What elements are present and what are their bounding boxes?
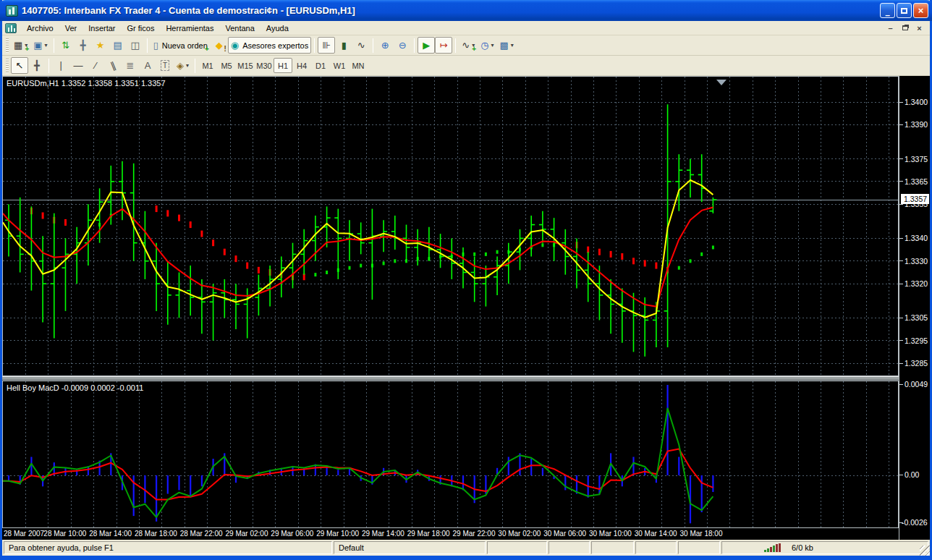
vertical-line-button[interactable]: ∣ <box>52 57 69 74</box>
child-close-button[interactable]: × <box>913 23 925 33</box>
price-label: 1.3390 <box>905 120 928 129</box>
trendline-button[interactable]: ∕ <box>87 57 104 74</box>
timeframe-h1[interactable]: H1 <box>274 58 292 73</box>
main-menu: ArchivoVerInsertarGr ficosHerramientasVe… <box>21 22 295 35</box>
indicator-canvas[interactable] <box>3 381 898 527</box>
new-chart-icon: ▦ <box>14 41 22 50</box>
timeframe-w1[interactable]: W1 <box>330 58 349 73</box>
terminal-icon: ▤ <box>113 41 122 50</box>
timeframe-h4[interactable]: H4 <box>292 58 311 73</box>
auto-scroll-icon: ▶ <box>423 41 430 50</box>
new-order-button-label: Nueva orden <box>162 41 208 50</box>
crosshair-icon: ╋ <box>80 41 86 50</box>
toolbar-separator <box>314 38 315 53</box>
terminal-button[interactable]: ▤ <box>109 37 127 54</box>
price-tick <box>899 181 903 182</box>
fibonacci-button[interactable]: ≣ <box>122 57 139 74</box>
chart-window-icon[interactable] <box>5 23 17 33</box>
menu-item-ver[interactable]: Ver <box>59 22 83 35</box>
timeframe-mn[interactable]: MN <box>349 58 368 73</box>
templates-button[interactable]: ▩▾ <box>497 37 517 54</box>
menu-item-insertar[interactable]: Insertar <box>82 22 121 35</box>
price-label: 1.3340 <box>905 234 928 242</box>
chart-type-line-button[interactable]: ∿ <box>352 37 370 54</box>
order-document-icon: ▯ <box>153 41 158 50</box>
timeframe-m1[interactable]: M1 <box>198 58 217 73</box>
vertical-line-icon: ∣ <box>59 61 64 70</box>
new-order-button[interactable]: ▯+Nueva orden <box>151 37 211 54</box>
timeframe-m30[interactable]: M30 <box>255 58 274 73</box>
price-chart-pane[interactable]: EURUSDm,H1 1.3352 1.3358 1.3351 1.3357 <box>2 76 899 376</box>
window-close-button[interactable]: × <box>913 3 928 18</box>
drawing-timeframe-toolbar: ↖╋∣—∕∥≣AT◈▾M1M5M15M30H1H4D1W1MN <box>2 56 930 76</box>
status-profile[interactable]: Default <box>334 541 486 554</box>
horizontal-line-button[interactable]: — <box>69 57 87 74</box>
window-title: 1407705: Interbank FX Trader 4 - Cuenta … <box>22 5 880 16</box>
crosshair-tool-button[interactable]: ╋ <box>28 57 46 74</box>
text-button[interactable]: A <box>139 57 156 74</box>
profiles-icon: ▣ <box>33 41 42 50</box>
dropdown-arrow-icon[interactable]: ▾ <box>45 42 48 48</box>
status-empty-cell <box>548 541 590 554</box>
standard-toolbar: ▦+▾▣▾⇅╋★▤◫▯+Nueva orden◆!◉Asesores exper… <box>2 35 930 56</box>
zoom-out-button[interactable]: ⊖ <box>394 37 411 54</box>
zoom-in-button[interactable]: ⊕ <box>376 37 394 54</box>
expert-advisors-button[interactable]: ◉Asesores expertos <box>228 37 311 54</box>
child-minimize-button[interactable]: – <box>884 23 897 33</box>
price-tick <box>899 340 903 341</box>
child-restore-button[interactable] <box>899 23 911 33</box>
time-label: 28 Mar 2007 <box>4 530 44 538</box>
time-label: 28 Mar 18:00 <box>135 530 177 538</box>
indicator-value-label: 0.0049 <box>905 380 928 389</box>
status-help-text: Para obtener ayuda, pulse F1 <box>4 541 332 554</box>
menu-item-gr-ficos[interactable]: Gr ficos <box>122 22 161 35</box>
market-watch-button[interactable]: ⇅ <box>57 37 75 54</box>
price-label: 1.3400 <box>905 98 928 106</box>
indicator-value-label: 0.00 <box>905 470 919 479</box>
auto-scroll-button[interactable]: ▶ <box>418 37 435 54</box>
timeframe-m15[interactable]: M15 <box>236 58 255 73</box>
dropdown-arrow-icon[interactable]: ▾ <box>491 42 494 48</box>
status-empty-cell <box>591 541 634 554</box>
time-label: 30 Mar 10:00 <box>589 530 632 538</box>
timeframe-m5[interactable]: M5 <box>217 58 236 73</box>
strategy-tester-button[interactable]: ◫ <box>127 37 144 54</box>
menu-item-ayuda[interactable]: Ayuda <box>260 22 295 35</box>
price-tick <box>899 363 903 364</box>
menu-item-ventana[interactable]: Ventana <box>219 22 260 35</box>
periods-button[interactable]: ◷▾ <box>478 37 496 54</box>
new-chart-button[interactable]: ▦+▾ <box>11 37 30 54</box>
resize-grip[interactable] <box>920 546 930 556</box>
indicator-pane[interactable]: Hell Boy MacD -0.0009 0.0002 -0.0011 <box>2 381 899 528</box>
price-axis[interactable]: 1.34001.33901.33751.33651.33551.33401.33… <box>899 76 930 540</box>
channel-button[interactable]: ∥ <box>104 57 122 74</box>
cursor-tool-button[interactable]: ↖ <box>11 57 28 74</box>
main-chart-canvas[interactable] <box>3 77 898 376</box>
window-maximize-button[interactable] <box>897 3 912 18</box>
text-label-button[interactable]: T <box>156 57 174 74</box>
window-minimize-button[interactable]: – <box>880 3 895 18</box>
menu-item-herramientas[interactable]: Herramientas <box>160 22 219 35</box>
menu-item-archivo[interactable]: Archivo <box>21 22 59 35</box>
dropdown-arrow-icon[interactable]: ▾ <box>511 42 514 48</box>
toolbar-grip[interactable] <box>6 38 9 53</box>
application-window: 1407705: Interbank FX Trader 4 - Cuenta … <box>0 0 932 560</box>
arrows-tool-button[interactable]: ◈▾ <box>174 57 192 74</box>
indicator-readout: Hell Boy MacD -0.0009 0.0002 -0.0011 <box>7 383 143 392</box>
data-window-button[interactable]: ╋ <box>75 37 92 54</box>
navigator-button[interactable]: ★ <box>92 37 109 54</box>
chart-shift-button[interactable]: ↦ <box>435 37 452 54</box>
price-label: 1.3285 <box>905 359 928 368</box>
dropdown-arrow-icon[interactable]: ▾ <box>186 62 189 69</box>
chart-type-candles-button[interactable]: ▮ <box>335 37 352 54</box>
toolbar-grip[interactable] <box>6 59 9 73</box>
timeframe-d1[interactable]: D1 <box>311 58 330 73</box>
title-bar[interactable]: 1407705: Interbank FX Trader 4 - Cuenta … <box>0 0 932 21</box>
profiles-button[interactable]: ▣▾ <box>30 37 50 54</box>
chart-type-bars-button[interactable]: ⊪ <box>318 37 335 54</box>
crosshair-tool-icon: ╋ <box>34 61 40 70</box>
metaeditor-warning-button[interactable]: ◆! <box>211 37 228 54</box>
indicators-button[interactable]: ∿+▾ <box>459 37 478 54</box>
time-axis[interactable]: 28 Mar 200728 Mar 10:0028 Mar 14:0028 Ma… <box>2 528 899 540</box>
time-label: 30 Mar 06:00 <box>543 530 586 538</box>
